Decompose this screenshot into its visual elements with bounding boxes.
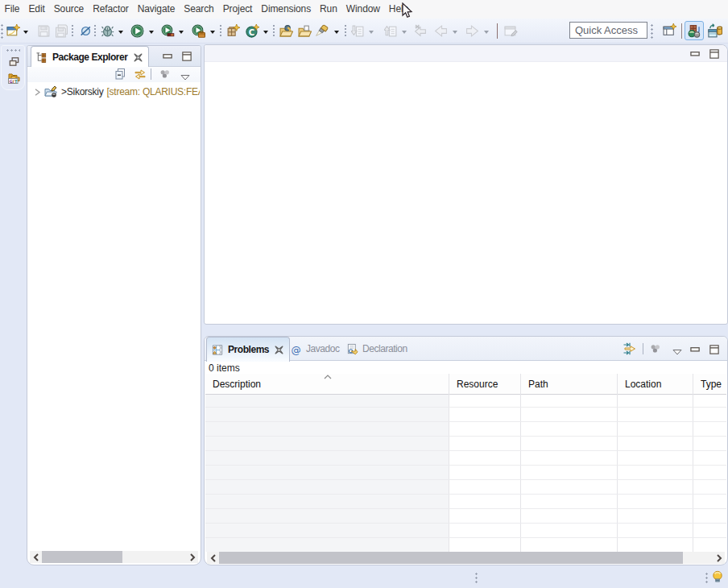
menu-edit[interactable]: Edit (24, 0, 49, 19)
maximize-view-button[interactable] (181, 51, 192, 62)
new-java-class-button[interactable] (246, 24, 259, 38)
menu-run[interactable]: Run (316, 0, 342, 19)
package-explorer-hscrollbar[interactable] (30, 551, 198, 563)
filters-button[interactable] (623, 342, 636, 355)
scroll-right-button[interactable] (713, 552, 725, 564)
toolbar-drag-handle[interactable] (1, 23, 3, 39)
coverage-button[interactable] (161, 24, 175, 38)
column-label: Description (213, 379, 261, 390)
close-icon[interactable] (134, 53, 143, 62)
maximize-editor-button[interactable] (709, 48, 720, 60)
new-java-project-button[interactable] (226, 24, 240, 38)
new-wizard-icon (6, 24, 20, 38)
trim-drag-handle[interactable] (6, 49, 20, 52)
problems-panel: ProblemsJavadocDeclaration 0 items Descr… (204, 336, 728, 565)
view-menu-button[interactable] (671, 346, 684, 358)
focus-on-task-button[interactable] (159, 68, 172, 81)
menu-window[interactable]: Window (341, 0, 384, 19)
run-dropdown-arrow[interactable] (149, 31, 154, 34)
next-annotation-dropdown-arrow (369, 31, 374, 34)
tips-lightbulb-button[interactable] (711, 569, 724, 583)
restore-views-button[interactable] (7, 55, 20, 68)
new-wizard-dropdown-arrow[interactable] (23, 31, 28, 34)
profile-button[interactable] (192, 24, 205, 38)
new-wizard-button[interactable] (6, 24, 20, 38)
problems-hscrollbar[interactable] (207, 552, 725, 564)
pin-editor-icon (504, 24, 518, 38)
previous-annotation-button (384, 24, 398, 38)
eclipse-workbench: FileEditSourceRefactorNavigateSearchProj… (0, 0, 728, 588)
search-button[interactable] (315, 24, 329, 38)
open-perspective-icon (663, 23, 676, 37)
toolbar-drag-handle[interactable] (651, 23, 653, 39)
open-task-button[interactable] (279, 24, 293, 38)
toolbar-separator (151, 68, 151, 80)
debug-button[interactable] (101, 24, 114, 38)
column-header-path[interactable]: Path (521, 374, 618, 395)
menu-navigate[interactable]: Navigate (133, 0, 180, 19)
tab-javadoc[interactable]: Javadoc (285, 337, 345, 361)
tree-item-project[interactable]: >Sikorskiy [stream: QLARIUS:FEA (28, 85, 200, 99)
package-explorer-tabbar: Package Explorer (27, 46, 201, 67)
tab-problems[interactable]: Problems (206, 337, 290, 362)
menu-refactor[interactable]: Refactor (89, 0, 134, 19)
column-header-type[interactable]: Type (693, 374, 726, 395)
java-perspective-button[interactable] (685, 21, 704, 40)
focus-on-task-button[interactable] (649, 342, 662, 355)
problems-table: DescriptionResourcePathLocationType (205, 374, 726, 552)
statusbar-drag-handle[interactable] (705, 572, 708, 583)
pin-editor-button (504, 24, 518, 38)
new-java-class-dropdown-arrow[interactable] (263, 31, 268, 34)
open-perspective-button[interactable] (663, 23, 676, 37)
forward-button (465, 24, 479, 38)
column-label: Location (625, 379, 661, 390)
minimize-icon (690, 49, 701, 60)
tab-label: Problems (228, 344, 269, 355)
minimize-editor-button[interactable] (689, 48, 701, 60)
open-resource-button[interactable] (298, 24, 312, 38)
column-header-resource[interactable]: Resource (449, 374, 521, 395)
data-perspective-button[interactable] (705, 21, 725, 40)
minimize-icon (163, 52, 173, 62)
profile-dropdown-arrow[interactable] (210, 31, 215, 34)
expand-chevron-icon[interactable] (34, 89, 41, 96)
sort-chevron-icon (324, 375, 332, 379)
menu-source[interactable]: Source (49, 0, 88, 19)
skip-all-breakpoints-button[interactable] (79, 24, 93, 38)
debug-dropdown-arrow[interactable] (118, 31, 123, 34)
statusbar-drag-handle[interactable] (475, 572, 478, 583)
scrollbar-thumb[interactable] (219, 552, 683, 564)
minimize-view-button[interactable] (162, 51, 173, 62)
collapse-all-button[interactable] (114, 68, 127, 81)
quick-access-input[interactable] (569, 22, 647, 39)
link-with-editor-button[interactable] (134, 68, 147, 81)
previous-annotation-icon (384, 24, 398, 38)
run-button[interactable] (130, 24, 144, 38)
menu-file[interactable]: File (0, 0, 24, 19)
maximize-view-button[interactable] (709, 344, 720, 355)
column-header-location[interactable]: Location (618, 374, 693, 395)
menu-project[interactable]: Project (218, 0, 257, 19)
search-dropdown-arrow[interactable] (334, 31, 339, 34)
tab-declaration[interactable]: Declaration (341, 337, 413, 361)
menu-bar: FileEditSourceRefactorNavigateSearchProj… (0, 0, 728, 19)
coverage-dropdown-arrow[interactable] (179, 31, 184, 34)
maximize-icon (709, 49, 719, 59)
scroll-left-button[interactable] (30, 551, 42, 563)
scroll-left-button[interactable] (207, 552, 219, 564)
tab-package-explorer[interactable]: Package Explorer (31, 46, 149, 68)
menu-search[interactable]: Search (180, 0, 218, 19)
scroll-right-button[interactable] (186, 551, 198, 563)
menu-dimensions[interactable]: Dimensions (257, 0, 316, 19)
next-annotation-button (351, 24, 365, 38)
main-toolbar (0, 19, 728, 43)
minimize-view-button[interactable] (689, 344, 701, 355)
skip-all-breakpoints-icon (79, 24, 93, 38)
save-button (37, 24, 51, 38)
close-icon[interactable] (275, 346, 283, 354)
scrollbar-thumb[interactable] (42, 551, 122, 563)
filters-icon (623, 342, 636, 355)
git-repositories-button[interactable] (7, 71, 20, 84)
forward-dropdown-arrow (484, 31, 489, 34)
tab-label: Package Explorer (52, 52, 128, 63)
